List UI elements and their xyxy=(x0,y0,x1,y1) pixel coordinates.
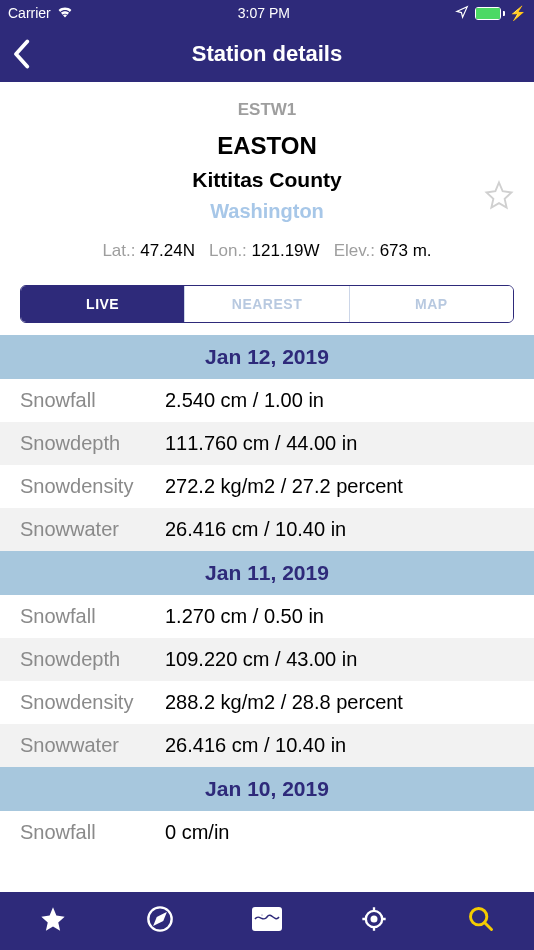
date-header: Jan 12, 2019 xyxy=(0,335,534,379)
data-value: 26.416 cm / 10.40 in xyxy=(165,734,346,757)
data-row: Snowfall1.270 cm / 0.50 in xyxy=(0,595,534,638)
tab-locate[interactable] xyxy=(320,905,427,937)
data-label: Snowfall xyxy=(20,605,165,628)
data-row: Snowfall2.540 cm / 1.00 in xyxy=(0,379,534,422)
data-label: Snowdensity xyxy=(20,691,165,714)
data-row: Snowdepth109.220 cm / 43.00 in xyxy=(0,638,534,681)
station-state: Washington xyxy=(20,200,514,223)
lat-value: 47.24N xyxy=(140,241,195,260)
favorite-button[interactable] xyxy=(484,180,514,214)
data-value: 272.2 kg/m2 / 27.2 percent xyxy=(165,475,403,498)
lon-label: Lon.: xyxy=(209,241,247,260)
battery-icon: ⚡ xyxy=(475,5,526,21)
carrier-label: Carrier xyxy=(8,5,51,21)
tab-bar xyxy=(0,892,534,950)
data-value: 1.270 cm / 0.50 in xyxy=(165,605,324,628)
station-id: ESTW1 xyxy=(20,100,514,120)
data-value: 2.540 cm / 1.00 in xyxy=(165,389,324,412)
data-row: Snowdepth111.760 cm / 44.00 in xyxy=(0,422,534,465)
station-header: ESTW1 EASTON Kittitas County Washington … xyxy=(0,82,534,285)
tab-compass[interactable] xyxy=(107,905,214,937)
nav-bar: Station details xyxy=(0,26,534,82)
segment-control: LIVE NEAREST MAP xyxy=(20,285,514,323)
tab-search[interactable] xyxy=(427,905,534,937)
data-row: Snowfall0 cm/in xyxy=(0,811,534,854)
elev-value: 673 m. xyxy=(380,241,432,260)
elev-label: Elev.: xyxy=(334,241,375,260)
data-label: Snowfall xyxy=(20,821,165,844)
page-title: Station details xyxy=(192,41,342,67)
data-row: Snowwater26.416 cm / 10.40 in xyxy=(0,508,534,551)
compass-icon xyxy=(146,905,174,937)
locate-icon xyxy=(360,905,388,937)
data-label: Snowdepth xyxy=(20,432,165,455)
status-time: 3:07 PM xyxy=(238,5,290,21)
data-row: Snowdensity288.2 kg/m2 / 28.8 percent xyxy=(0,681,534,724)
segment-nearest[interactable]: NEAREST xyxy=(184,286,348,322)
data-label: Snowdepth xyxy=(20,648,165,671)
data-value: 0 cm/in xyxy=(165,821,229,844)
status-bar: Carrier 3:07 PM ⚡ xyxy=(0,0,534,26)
segment-map[interactable]: MAP xyxy=(349,286,513,322)
svg-point-2 xyxy=(260,914,263,917)
svg-point-4 xyxy=(371,917,376,922)
wifi-icon xyxy=(57,5,73,22)
star-icon xyxy=(39,905,67,937)
data-label: Snowwater xyxy=(20,734,165,757)
data-row: Snowwater26.416 cm / 10.40 in xyxy=(0,724,534,767)
data-list: Jan 12, 2019 Snowfall2.540 cm / 1.00 in … xyxy=(0,335,534,854)
tab-favorites[interactable] xyxy=(0,905,107,937)
data-row: Snowdensity272.2 kg/m2 / 27.2 percent xyxy=(0,465,534,508)
station-county: Kittitas County xyxy=(20,168,514,192)
data-label: Snowwater xyxy=(20,518,165,541)
data-label: Snowfall xyxy=(20,389,165,412)
tab-map[interactable] xyxy=(214,907,321,935)
lon-value: 121.19W xyxy=(252,241,320,260)
status-right: ⚡ xyxy=(455,5,526,22)
location-services-icon xyxy=(455,5,469,22)
data-value: 109.220 cm / 43.00 in xyxy=(165,648,357,671)
data-value: 26.416 cm / 10.40 in xyxy=(165,518,346,541)
data-value: 111.760 cm / 44.00 in xyxy=(165,432,357,455)
station-name: EASTON xyxy=(20,132,514,160)
map-icon xyxy=(252,907,282,935)
lat-label: Lat.: xyxy=(102,241,135,260)
date-header: Jan 10, 2019 xyxy=(0,767,534,811)
back-button[interactable] xyxy=(10,39,32,69)
segment-live[interactable]: LIVE xyxy=(21,286,184,322)
coordinates: Lat.: 47.24N Lon.: 121.19W Elev.: 673 m. xyxy=(20,241,514,261)
search-icon xyxy=(467,905,495,937)
data-label: Snowdensity xyxy=(20,475,165,498)
data-value: 288.2 kg/m2 / 28.8 percent xyxy=(165,691,403,714)
status-left: Carrier xyxy=(8,5,73,22)
date-header: Jan 11, 2019 xyxy=(0,551,534,595)
